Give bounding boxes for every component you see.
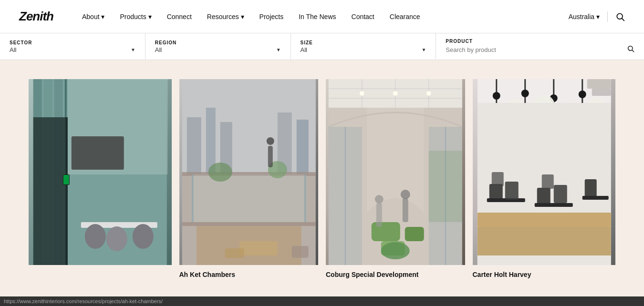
svg-rect-60 <box>376 203 382 227</box>
nav-resources[interactable]: Resources ▾ <box>207 13 244 20</box>
svg-point-65 <box>492 92 500 100</box>
locale-selector[interactable]: Australia ▾ <box>569 13 600 20</box>
svg-rect-87 <box>491 172 503 186</box>
product-search-button[interactable] <box>627 45 634 54</box>
project-title-1 <box>29 265 172 273</box>
svg-point-46 <box>360 91 364 96</box>
svg-point-14 <box>106 226 127 251</box>
region-label: REGION <box>155 40 281 45</box>
sector-filter[interactable]: SECTOR All ▼ <box>0 33 145 60</box>
svg-rect-37 <box>225 248 244 258</box>
project-image-1 <box>29 79 172 265</box>
svg-rect-27 <box>182 222 315 226</box>
svg-rect-88 <box>541 174 553 189</box>
product-search-input[interactable] <box>446 46 627 53</box>
svg-point-61 <box>375 195 384 204</box>
project-image-2 <box>179 79 319 265</box>
sector-label: SECTOR <box>10 40 135 45</box>
vertical-divider <box>607 11 608 22</box>
svg-point-47 <box>393 91 398 96</box>
svg-line-3 <box>632 50 634 52</box>
svg-line-1 <box>622 18 624 20</box>
sector-arrow: ▼ <box>131 47 135 52</box>
size-filter[interactable]: SIZE All ▼ <box>291 33 436 60</box>
svg-rect-36 <box>239 241 277 255</box>
region-arrow: ▼ <box>276 47 281 52</box>
project-title-4: Carter Holt Harvey <box>473 265 616 280</box>
svg-rect-55 <box>405 227 424 241</box>
svg-rect-20 <box>182 79 315 174</box>
svg-rect-78 <box>477 227 611 255</box>
svg-rect-34 <box>268 146 272 167</box>
project-card-2[interactable]: Ah Ket Chambers <box>176 79 322 280</box>
svg-rect-25 <box>296 120 308 174</box>
svg-point-59 <box>401 190 410 199</box>
project-image-4 <box>473 79 616 265</box>
statusbar-url: https://www.zenithinteriors.com/resource… <box>4 298 163 304</box>
svg-rect-10 <box>66 117 68 265</box>
size-value: All <box>301 46 307 53</box>
svg-point-57 <box>381 242 410 259</box>
region-value: All <box>155 46 162 53</box>
svg-rect-28 <box>191 174 306 222</box>
nav-connect[interactable]: Connect <box>167 13 192 20</box>
size-arrow: ▼ <box>421 47 426 52</box>
svg-point-71 <box>578 91 586 98</box>
svg-rect-16 <box>68 79 168 174</box>
statusbar: https://www.zenithinteriors.com/resource… <box>0 296 644 306</box>
svg-rect-77 <box>477 213 611 227</box>
svg-rect-38 <box>291 246 308 258</box>
svg-rect-89 <box>587 79 611 89</box>
size-label: SIZE <box>301 40 426 45</box>
svg-rect-29 <box>191 174 193 222</box>
project-card-4[interactable]: Carter Holt Harvey <box>469 79 616 280</box>
svg-rect-9 <box>33 117 68 265</box>
svg-rect-85 <box>553 185 567 203</box>
svg-point-48 <box>426 91 431 96</box>
product-filter: PRODUCT <box>436 33 644 60</box>
header: Zenith About ▾ Products ▾ Connect Resour… <box>0 0 644 33</box>
project-card-1[interactable] <box>29 79 176 280</box>
svg-point-32 <box>208 163 232 182</box>
filter-bar: SECTOR All ▼ REGION All ▼ SIZE All ▼ PRO… <box>0 33 644 60</box>
main-nav: About ▾ Products ▾ Connect Resources ▾ P… <box>82 13 569 20</box>
svg-point-35 <box>266 137 274 145</box>
project-image-3 <box>326 79 465 265</box>
svg-point-67 <box>521 90 529 97</box>
product-label: PRODUCT <box>446 39 634 44</box>
header-right: Australia ▾ <box>569 11 625 22</box>
logo[interactable]: Zenith <box>19 9 53 24</box>
project-card-3[interactable]: Coburg Special Development <box>322 79 469 280</box>
svg-rect-21 <box>187 117 201 174</box>
svg-rect-54 <box>372 222 400 241</box>
svg-rect-30 <box>304 174 306 222</box>
nav-clearance[interactable]: Clearance <box>390 13 420 20</box>
svg-rect-82 <box>489 184 502 201</box>
projects-grid: Ah Ket Chambers <box>29 79 615 280</box>
svg-rect-90 <box>592 89 611 96</box>
svg-rect-84 <box>537 188 550 204</box>
project-title-2: Ah Ket Chambers <box>179 265 319 280</box>
project-title-3: Coburg Special Development <box>326 265 465 280</box>
svg-point-13 <box>85 224 106 249</box>
nav-about[interactable]: About ▾ <box>82 13 104 20</box>
main-content: Ah Ket Chambers <box>0 60 644 306</box>
svg-point-15 <box>133 224 154 249</box>
nav-projects[interactable]: Projects <box>260 13 284 20</box>
svg-rect-53 <box>429 151 462 222</box>
nav-products[interactable]: Products ▾ <box>120 13 151 20</box>
search-button[interactable] <box>615 12 625 21</box>
svg-rect-86 <box>584 179 596 197</box>
svg-rect-83 <box>505 182 518 200</box>
svg-rect-18 <box>63 175 69 184</box>
sector-value: All <box>10 46 16 53</box>
svg-rect-58 <box>403 198 408 222</box>
region-filter[interactable]: REGION All ▼ <box>145 33 291 60</box>
nav-in-the-news[interactable]: In The News <box>299 13 336 20</box>
nav-contact[interactable]: Contact <box>352 13 374 20</box>
